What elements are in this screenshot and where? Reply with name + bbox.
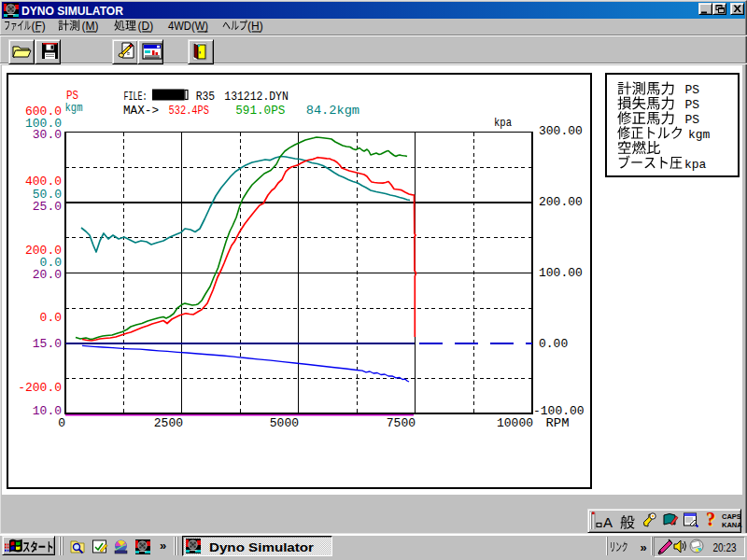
svg-text:591.0PS: 591.0PS (235, 105, 285, 118)
svg-text:kgm: kgm (65, 102, 83, 115)
svg-text:131212.DYN: 131212.DYN (224, 91, 288, 104)
svg-text:4WD(W): 4WD(W) (168, 20, 208, 33)
svg-text:20:23: 20:23 (713, 541, 737, 554)
svg-text:FILE:: FILE: (124, 91, 148, 104)
svg-text:PS: PS (685, 83, 700, 97)
svg-text:15.0: 15.0 (33, 337, 62, 351)
svg-text:84.2kgm: 84.2kgm (306, 105, 359, 118)
svg-text:»: » (641, 540, 647, 554)
svg-text:R35: R35 (196, 91, 216, 104)
svg-text:400.0: 400.0 (25, 175, 62, 189)
svg-text:0: 0 (58, 416, 65, 430)
svg-text:kpa: kpa (684, 158, 707, 172)
svg-text:25.0: 25.0 (33, 200, 62, 214)
svg-text:PS: PS (66, 90, 78, 103)
svg-text:0.0: 0.0 (40, 311, 62, 325)
svg-text:100.00: 100.00 (539, 266, 583, 280)
svg-text:10000: 10000 (497, 416, 533, 430)
svg-text:2500: 2500 (154, 416, 183, 430)
svg-text:(D): (D) (138, 20, 154, 33)
svg-text:A: A (603, 514, 613, 530)
svg-text:30.0: 30.0 (33, 128, 62, 142)
svg-text:532.4PS: 532.4PS (169, 105, 210, 118)
svg-text:?: ? (706, 509, 715, 529)
svg-text:Dyno Simulator: Dyno Simulator (209, 540, 314, 554)
svg-text:PS: PS (685, 98, 700, 112)
svg-text:kgm: kgm (688, 128, 711, 142)
svg-text:20.0: 20.0 (33, 268, 62, 282)
svg-text:5000: 5000 (270, 416, 299, 430)
svg-text:PS: PS (685, 113, 700, 127)
svg-text:DYNO SIMULATOR: DYNO SIMULATOR (21, 4, 123, 18)
svg-text:CAPS: CAPS (722, 512, 741, 521)
svg-text:7500: 7500 (387, 416, 416, 430)
svg-text:kpa: kpa (494, 116, 512, 130)
svg-text:(F): (F) (32, 20, 46, 33)
svg-text:0.00: 0.00 (539, 337, 568, 351)
svg-text:200.00: 200.00 (539, 195, 583, 209)
svg-text:KANA: KANA (722, 521, 742, 529)
svg-text:-200.0: -200.0 (18, 381, 62, 395)
svg-text:(M): (M) (82, 20, 99, 33)
svg-text:300.00: 300.00 (539, 124, 583, 138)
svg-text:MAX->: MAX-> (123, 105, 159, 118)
svg-text:»: » (160, 539, 166, 553)
svg-text:RPM: RPM (546, 416, 570, 430)
svg-text:(H): (H) (247, 20, 263, 33)
